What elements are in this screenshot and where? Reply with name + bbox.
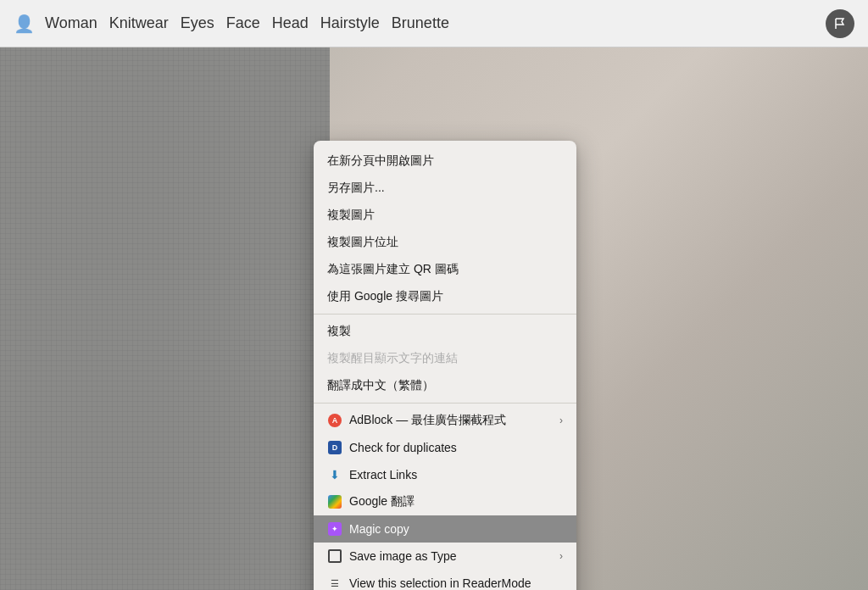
adblock-icon [327,413,342,428]
menu-item-adblock[interactable]: AdBlock — 最佳廣告攔截程式 › [314,407,576,434]
menu-item-extract-links[interactable]: ⬇ Extract Links [314,461,576,488]
context-menu-section-1: 在新分頁中開啟圖片 另存圖片... 複製圖片 複製圖片位址 為這張圖片建立 QR… [314,144,576,314]
browser-window: 👤 Woman Knitwear Eyes Face Head Hairstyl… [0,0,868,590]
adblock-chevron: › [559,415,563,426]
tag-head[interactable]: Head [272,14,309,32]
tag-eyes[interactable]: Eyes [181,14,214,32]
tag-brunette[interactable]: Brunette [392,14,449,32]
menu-item-duplicates[interactable]: Check for duplicates [314,434,576,461]
menu-item-open-new-tab[interactable]: 在新分頁中開啟圖片 [314,148,576,175]
menu-item-save-image[interactable]: 另存圖片... [314,175,576,202]
menu-item-google-search[interactable]: 使用 Google 搜尋圖片 [314,283,576,310]
menu-item-translate[interactable]: 翻譯成中文（繁體） [314,372,576,399]
image-area: 在新分頁中開啟圖片 另存圖片... 複製圖片 複製圖片位址 為這張圖片建立 QR… [0,47,868,590]
top-bar: 👤 Woman Knitwear Eyes Face Head Hairstyl… [0,0,868,47]
tag-knitwear[interactable]: Knitwear [109,14,169,32]
menu-item-copy[interactable]: 複製 [314,318,576,345]
menu-item-copy-image-address[interactable]: 複製圖片位址 [314,229,576,256]
menu-item-google-translate[interactable]: Google 翻譯 [314,488,576,515]
save-image-type-chevron: › [559,550,563,562]
menu-item-save-image-type[interactable]: Save image as Type › [314,543,576,570]
google-translate-icon [327,494,342,509]
tag-list: Woman Knitwear Eyes Face Head Hairstyle … [45,14,449,32]
person-icon: 👤 [14,14,35,34]
magic-copy-icon [327,521,342,537]
menu-item-copy-image[interactable]: 複製圖片 [314,202,576,229]
tag-face[interactable]: Face [226,14,260,32]
duplicates-icon [327,440,342,455]
tag-woman[interactable]: Woman [45,14,97,32]
menu-item-copy-link-text: 複製醒目顯示文字的連結 [314,345,576,372]
menu-item-create-qr[interactable]: 為這張圖片建立 QR 圖碼 [314,256,576,283]
flag-button[interactable] [826,9,854,38]
menu-item-reader-mode[interactable]: ☰ View this selection in ReaderMode [314,570,576,590]
context-menu-section-3: AdBlock — 最佳廣告攔截程式 › Check for duplicate… [314,403,576,590]
context-menu-section-2: 複製 複製醒目顯示文字的連結 翻譯成中文（繁體） [314,314,576,403]
reader-mode-icon: ☰ [327,576,342,590]
extract-links-icon: ⬇ [327,467,342,482]
context-menu: 在新分頁中開啟圖片 另存圖片... 複製圖片 複製圖片位址 為這張圖片建立 QR… [314,141,576,590]
menu-item-magic-copy[interactable]: Magic copy [314,515,576,543]
save-image-type-icon [327,548,342,564]
tag-hairstyle[interactable]: Hairstyle [320,14,380,32]
